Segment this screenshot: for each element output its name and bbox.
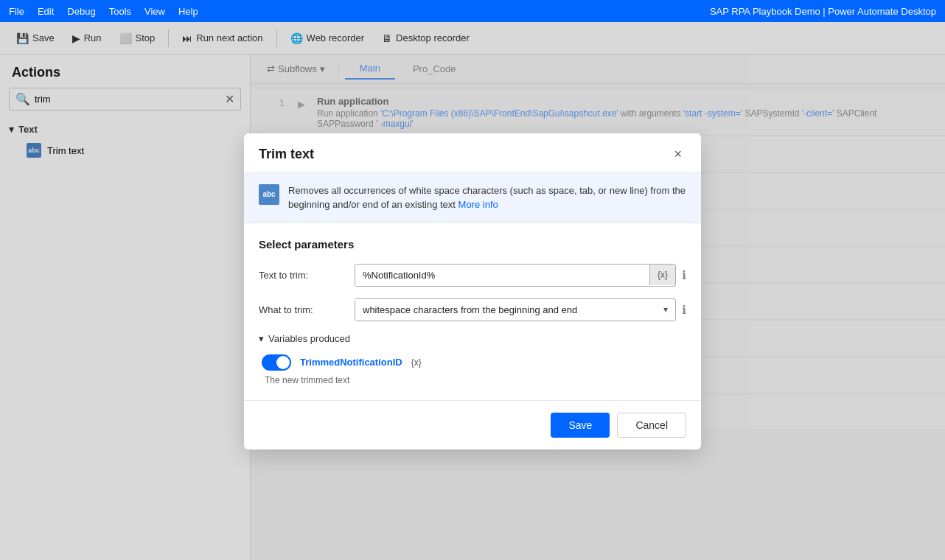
menu-view[interactable]: View <box>144 6 165 17</box>
dialog-body: Select parameters Text to trim: {x} ℹ Wh… <box>244 223 701 400</box>
chevron-down-icon: ▾ <box>656 304 675 315</box>
dialog-title: Trim text <box>259 147 314 162</box>
app-title: SAP RPA Playbook Demo | Power Automate D… <box>710 6 936 17</box>
menu-edit[interactable]: Edit <box>38 6 54 17</box>
text-to-trim-input[interactable] <box>355 265 649 286</box>
text-to-trim-input-wrap: {x} <box>355 264 676 287</box>
variables-section: ▾ Variables produced TrimmedNotification… <box>259 333 686 385</box>
chevron-down-icon: ▾ <box>259 333 264 344</box>
menu-tools[interactable]: Tools <box>109 6 131 17</box>
menu-file[interactable]: File <box>9 6 24 17</box>
menu-debug[interactable]: Debug <box>67 6 95 17</box>
what-to-trim-row: What to trim: whitespace characters from… <box>259 298 686 321</box>
variables-content: TrimmedNotificationID {x} The new trimme… <box>259 354 686 385</box>
text-to-trim-variable-button[interactable]: {x} <box>649 265 675 285</box>
what-to-trim-select[interactable]: whitespace characters from the beginning… <box>355 299 656 321</box>
variable-toggle[interactable] <box>262 354 291 371</box>
text-to-trim-row: Text to trim: {x} ℹ <box>259 264 686 287</box>
title-bar: File Edit Debug Tools View Help SAP RPA … <box>0 0 945 22</box>
dialog-header: Trim text × <box>244 133 701 173</box>
what-to-trim-select-wrap: whitespace characters from the beginning… <box>355 298 676 321</box>
dialog-info-text: Removes all occurrences of white space c… <box>288 183 686 212</box>
variable-row: TrimmedNotificationID {x} <box>262 354 686 371</box>
variable-name: TrimmedNotificationID <box>300 357 402 368</box>
dialog-info-icon: abc <box>259 184 279 205</box>
dialog-save-button[interactable]: Save <box>551 413 610 438</box>
what-to-trim-label: What to trim: <box>259 304 355 315</box>
menu-bar: File Edit Debug Tools View Help <box>9 6 198 17</box>
dialog-cancel-button[interactable]: Cancel <box>617 413 686 438</box>
dialog-close-button[interactable]: × <box>669 145 686 164</box>
trim-text-dialog: Trim text × abc Removes all occurrences … <box>244 133 701 449</box>
variable-description: The new trimmed text <box>265 375 686 385</box>
text-to-trim-info-icon[interactable]: ℹ <box>682 268 686 282</box>
params-title: Select parameters <box>259 238 686 251</box>
menu-help[interactable]: Help <box>178 6 198 17</box>
toggle-knob <box>276 356 290 369</box>
variable-edit-button[interactable]: {x} <box>411 357 422 368</box>
more-info-link[interactable]: More info <box>458 199 498 210</box>
what-to-trim-info-icon[interactable]: ℹ <box>682 303 686 317</box>
dialog-overlay: Trim text × abc Removes all occurrences … <box>0 22 945 560</box>
dialog-info-section: abc Removes all occurrences of white spa… <box>244 173 701 223</box>
variables-produced-header[interactable]: ▾ Variables produced <box>259 333 686 344</box>
text-to-trim-label: Text to trim: <box>259 270 355 281</box>
dialog-footer: Save Cancel <box>244 400 701 449</box>
